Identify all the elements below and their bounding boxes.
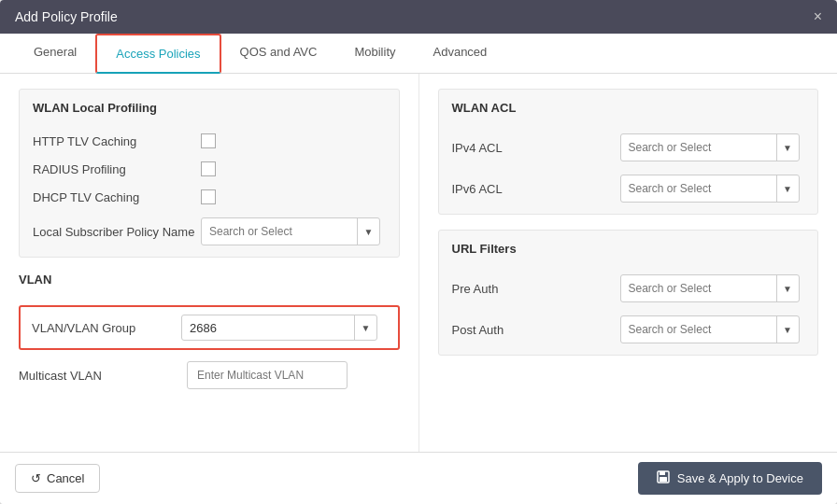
multicast-vlan-row: Multicast VLAN — [19, 361, 400, 389]
pre-auth-arrow[interactable]: ▼ — [776, 275, 799, 301]
local-subscriber-select[interactable]: ▼ — [201, 217, 380, 245]
url-filters-section: URL Filters Pre Auth ▼ Post Auth ▼ — [438, 230, 819, 356]
local-subscriber-label: Local Subscriber Policy Name — [33, 225, 201, 239]
tab-qos-avc[interactable]: QOS and AVC — [221, 34, 336, 74]
ipv6-acl-label: IPv6 ACL — [452, 182, 620, 196]
cancel-label: Cancel — [47, 471, 84, 485]
ipv4-acl-input[interactable] — [621, 141, 776, 154]
tab-general[interactable]: General — [15, 34, 95, 74]
post-auth-input[interactable] — [621, 323, 776, 336]
ipv6-acl-select[interactable]: ▼ — [620, 175, 800, 203]
modal-body: WLAN Local Profiling HTTP TLV Caching RA… — [0, 74, 837, 452]
ipv4-acl-label: IPv4 ACL — [452, 141, 620, 155]
http-tlv-checkbox[interactable] — [201, 133, 216, 148]
dhcp-tlv-checkbox[interactable] — [201, 189, 216, 204]
pre-auth-row: Pre Auth ▼ — [452, 274, 805, 302]
vlan-group-select[interactable]: ▼ — [181, 315, 377, 341]
left-panel: WLAN Local Profiling HTTP TLV Caching RA… — [0, 74, 419, 452]
wlan-local-profiling-title: WLAN Local Profiling — [33, 101, 386, 120]
save-icon — [657, 470, 670, 486]
modal-footer: ↺ Cancel Save & Apply to Device — [0, 452, 837, 504]
vlan-group-arrow[interactable]: ▼ — [354, 315, 376, 340]
save-apply-button[interactable]: Save & Apply to Device — [638, 462, 822, 495]
url-filters-title: URL Filters — [452, 242, 805, 261]
local-subscriber-row: Local Subscriber Policy Name ▼ — [33, 217, 386, 245]
pre-auth-select[interactable]: ▼ — [620, 274, 800, 302]
tab-mobility[interactable]: Mobility — [335, 34, 414, 74]
vlan-group-label: VLAN/VLAN Group — [32, 321, 181, 335]
dhcp-tlv-row: DHCP TLV Caching — [33, 189, 386, 204]
http-tlv-label: HTTP TLV Caching — [33, 134, 201, 148]
tab-advanced[interactable]: Advanced — [415, 34, 506, 74]
radius-profiling-label: RADIUS Profiling — [33, 162, 201, 176]
ipv4-acl-select[interactable]: ▼ — [620, 133, 800, 161]
multicast-vlan-label: Multicast VLAN — [19, 369, 187, 383]
http-tlv-row: HTTP TLV Caching — [33, 133, 386, 148]
modal-title: Add Policy Profile — [15, 9, 118, 24]
svg-rect-1 — [660, 471, 665, 475]
local-subscriber-arrow[interactable]: ▼ — [357, 218, 379, 245]
post-auth-select[interactable]: ▼ — [620, 315, 800, 343]
pre-auth-label: Pre Auth — [452, 282, 620, 296]
cancel-icon: ↺ — [31, 471, 41, 485]
vlan-section: VLAN VLAN/VLAN Group ▼ Multicast VLAN — [19, 273, 400, 389]
post-auth-row: Post Auth ▼ — [452, 315, 805, 343]
wlan-local-profiling-section: WLAN Local Profiling HTTP TLV Caching RA… — [19, 89, 400, 258]
ipv6-acl-row: IPv6 ACL ▼ — [452, 175, 805, 203]
pre-auth-input[interactable] — [621, 282, 776, 295]
ipv4-acl-row: IPv4 ACL ▼ — [452, 133, 805, 161]
post-auth-label: Post Auth — [452, 323, 620, 337]
ipv4-acl-arrow[interactable]: ▼ — [776, 134, 799, 161]
vlan-group-input[interactable] — [182, 321, 354, 335]
ipv6-acl-arrow[interactable]: ▼ — [776, 175, 799, 202]
svg-rect-2 — [660, 477, 667, 482]
multicast-vlan-input[interactable] — [187, 361, 348, 389]
local-subscriber-input[interactable] — [202, 225, 357, 238]
radius-profiling-row: RADIUS Profiling — [33, 161, 386, 176]
tab-access-policies[interactable]: Access Policies — [95, 34, 220, 74]
ipv6-acl-input[interactable] — [621, 182, 776, 195]
post-auth-arrow[interactable]: ▼ — [776, 316, 799, 343]
vlan-group-row: VLAN/VLAN Group ▼ — [19, 305, 400, 350]
radius-profiling-checkbox[interactable] — [201, 161, 216, 176]
right-panel: WLAN ACL IPv4 ACL ▼ IPv6 ACL ▼ — [419, 74, 838, 452]
dhcp-tlv-label: DHCP TLV Caching — [33, 190, 201, 204]
add-policy-profile-modal: Add Policy Profile × General Access Poli… — [0, 0, 837, 504]
cancel-button[interactable]: ↺ Cancel — [15, 464, 100, 493]
vlan-title: VLAN — [19, 273, 400, 292]
modal-tabs: General Access Policies QOS and AVC Mobi… — [0, 34, 837, 74]
wlan-acl-title: WLAN ACL — [452, 101, 805, 120]
modal-header: Add Policy Profile × — [0, 0, 837, 34]
wlan-acl-section: WLAN ACL IPv4 ACL ▼ IPv6 ACL ▼ — [438, 89, 819, 215]
save-label: Save & Apply to Device — [677, 471, 803, 485]
modal-close-button[interactable]: × — [814, 9, 822, 24]
